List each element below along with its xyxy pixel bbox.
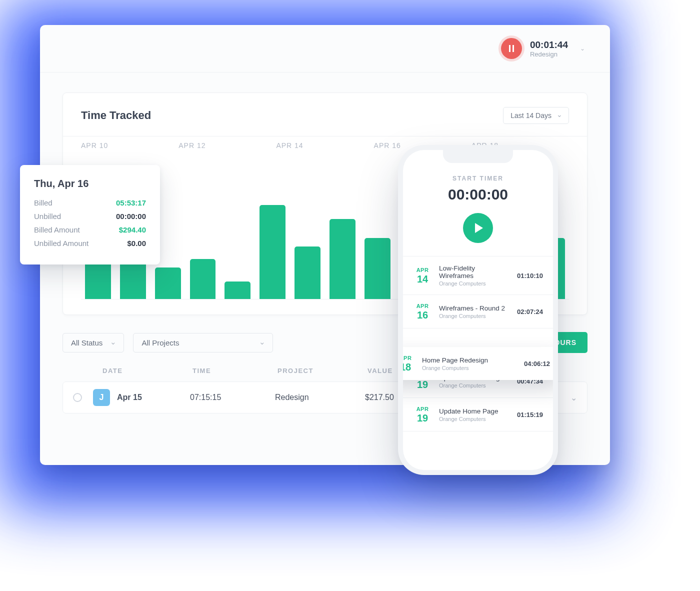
phone-entry[interactable]: APR19Update Home PageOrange Computers01:… — [403, 398, 553, 432]
tooltip-row: Unbilled00:00:00 — [34, 212, 146, 220]
axis-tick: APR 18 — [472, 142, 569, 150]
tooltip-title: Thu, Apr 16 — [34, 178, 146, 190]
phone-entry[interactable]: APR16Wireframes - Round 2Orange Computer… — [403, 295, 553, 328]
entry-duration: 04:06:12 — [524, 360, 550, 368]
active-timer[interactable]: 00:01:44 Redesign ⌄ — [501, 38, 585, 59]
phone-timer-value: 00:00:00 — [403, 186, 553, 203]
entry-month: APR — [403, 355, 415, 361]
pause-icon — [509, 45, 514, 52]
entry-day: 19 — [413, 380, 432, 390]
avatar: J — [93, 389, 110, 406]
entry-day: 14 — [413, 274, 432, 284]
chart-bar[interactable] — [260, 205, 286, 299]
chevron-down-icon[interactable]: ⌄ — [570, 393, 577, 402]
th-date: DATE — [102, 367, 192, 374]
entry-main: Home Page Redesign Orange Computers — [422, 356, 517, 371]
entry-day: 19 — [413, 413, 432, 423]
entry-main: Wireframes - Round 2Orange Computers — [439, 304, 510, 319]
axis-tick: APR 10 — [81, 142, 178, 150]
entry-duration: 01:15:19 — [517, 411, 543, 418]
project-label: All Projects — [142, 338, 179, 347]
status-select[interactable]: All Status — [62, 333, 124, 352]
entry-date: APR14 — [413, 267, 432, 284]
phone-timer-area: START TIMER 00:00:00 — [403, 163, 553, 256]
chart-bar[interactable] — [294, 246, 320, 299]
timer-value: 00:01:44 — [530, 40, 568, 50]
tooltip-value: $294.40 — [119, 226, 146, 234]
chart-title: Time Tracked — [81, 109, 151, 122]
tooltip-row: Billed05:53:17 — [34, 198, 146, 207]
play-button[interactable] — [463, 213, 493, 243]
entry-day: 16 — [413, 310, 432, 320]
entry-title: Home Page Redesign — [422, 356, 517, 364]
entry-title: Low-Fidelity Wireframes — [439, 264, 510, 280]
entry-sub: Orange Computers — [422, 365, 517, 371]
topbar: 00:01:44 Redesign ⌄ — [40, 25, 610, 72]
entry-main: Update Home PageOrange Computers — [439, 408, 510, 422]
tooltip-value: 05:53:17 — [116, 198, 146, 207]
entry-date: APR 18 — [403, 355, 415, 372]
phone-entry-list: APR14Low-Fidelity WireframesOrange Compu… — [403, 256, 553, 432]
phone-mock: START TIMER 00:00:00 APR14Low-Fidelity W… — [403, 150, 553, 470]
entry-duration: 01:10:10 — [517, 272, 543, 280]
th-time: TIME — [192, 367, 278, 374]
chart-bar[interactable] — [364, 238, 390, 299]
entry-date: APR16 — [413, 303, 432, 320]
entry-month: APR — [413, 303, 432, 309]
tooltip-row: Billed Amount$294.40 — [34, 226, 146, 234]
tooltip-row: Unbilled Amount$0.00 — [34, 239, 146, 248]
axis-tick: APR 12 — [178, 142, 276, 150]
tooltip-label: Unbilled — [34, 212, 61, 220]
tooltip-label: Billed — [34, 198, 52, 207]
tooltip-label: Billed Amount — [34, 226, 80, 234]
tooltip-value: $0.00 — [127, 239, 146, 248]
start-timer-label: START TIMER — [403, 175, 553, 182]
range-select[interactable]: Last 14 Days — [503, 107, 569, 124]
entry-sub: Orange Computers — [439, 382, 510, 388]
chart-x-axis: APR 10 APR 12 APR 14 APR 16 APR 18 — [63, 136, 587, 150]
entry-title: Update Home Page — [439, 408, 510, 415]
pause-button[interactable] — [501, 38, 522, 59]
timer-project-label: Redesign — [530, 50, 568, 58]
entry-main: Low-Fidelity WireframesOrange Computers — [439, 264, 510, 286]
tooltip-label: Unbilled Amount — [34, 239, 88, 248]
cell-time: 07:15:15 — [190, 393, 275, 402]
entry-sub: Orange Computers — [439, 280, 510, 286]
phone-entry[interactable]: APR14Low-Fidelity WireframesOrange Compu… — [403, 256, 553, 295]
entry-day: 18 — [403, 362, 415, 372]
chart-bar[interactable] — [330, 219, 356, 299]
chart-tooltip: Thu, Apr 16 Billed05:53:17Unbilled00:00:… — [20, 165, 160, 264]
entry-sub: Orange Computers — [439, 313, 510, 319]
entry-title: Wireframes - Round 2 — [439, 304, 510, 312]
entry-month: APR — [413, 267, 432, 273]
entry-duration: 02:07:24 — [517, 308, 543, 316]
tooltip-value: 00:00:00 — [116, 212, 146, 220]
timer-text: 00:01:44 Redesign — [530, 40, 568, 58]
chart-header: Time Tracked Last 14 Days — [63, 93, 587, 136]
chart-bar[interactable] — [155, 268, 181, 299]
entry-sub: Orange Computers — [439, 416, 510, 422]
row-checkbox[interactable] — [73, 393, 82, 402]
chart-bar[interactable] — [224, 282, 250, 299]
range-label: Last 14 Days — [510, 112, 552, 120]
entry-month: APR — [413, 406, 432, 412]
chevron-down-icon[interactable]: ⌄ — [580, 45, 585, 52]
project-select[interactable]: All Projects — [133, 333, 273, 352]
chart-bar[interactable] — [190, 259, 216, 299]
cell-project: Redesign — [275, 393, 365, 402]
th-project: PROJECT — [278, 367, 368, 374]
phone-notch — [443, 150, 513, 163]
phone-entry-highlight[interactable]: APR 18 Home Page Redesign Orange Compute… — [403, 347, 553, 380]
entry-date: APR19 — [413, 406, 432, 423]
avatar-letter: J — [100, 393, 104, 402]
cell-date: Apr 15 — [117, 393, 190, 402]
axis-tick: APR 16 — [374, 142, 472, 150]
play-icon — [475, 223, 483, 233]
axis-tick: APR 14 — [276, 142, 374, 150]
status-label: All Status — [71, 338, 102, 347]
